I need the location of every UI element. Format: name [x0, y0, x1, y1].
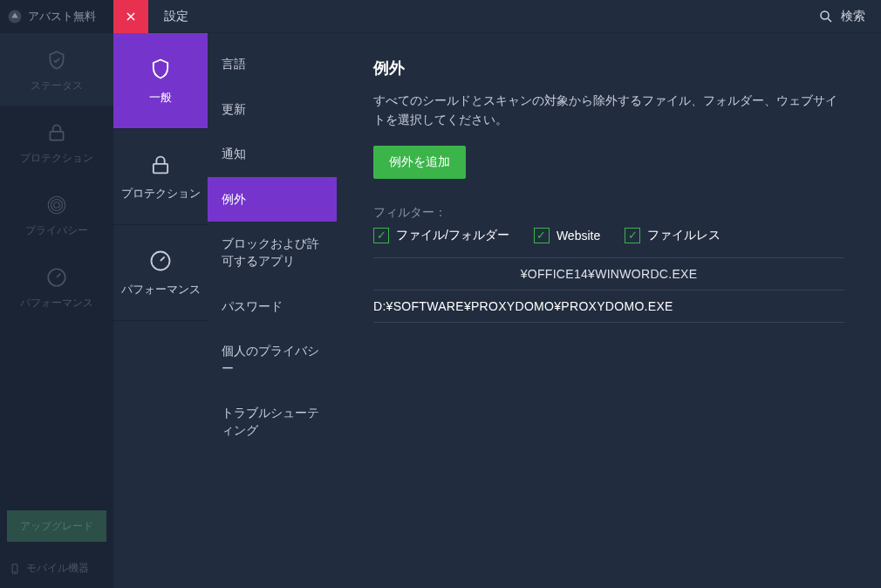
search-icon: [818, 9, 834, 24]
settings-tabs: 一般 プロテクション パフォーマンス: [113, 33, 208, 588]
subnav-item-password[interactable]: パスワード: [208, 284, 337, 330]
filter-row: ✓ ファイル/フォルダー ✓ Website ✓ ファイルレス: [373, 228, 844, 243]
exception-row[interactable]: D:¥SOFTWARE¥PROXYDOMO¥PROXYDOMO.EXE: [373, 291, 844, 323]
leftnav-item-protection[interactable]: プロテクション: [0, 106, 113, 178]
svg-rect-12: [154, 163, 167, 173]
filter-label-text: ファイルレス: [647, 228, 721, 243]
page-description: すべてのシールドとスキャンの対象から除外するファイル、フォルダー、ウェブサイトを…: [373, 91, 844, 130]
tab-label: 一般: [149, 90, 172, 106]
add-exception-button[interactable]: 例外を追加: [373, 146, 466, 179]
leftnav-label: プロテクション: [20, 151, 93, 166]
page-title: 例外: [373, 58, 844, 79]
subnav-item-notifications[interactable]: 通知: [208, 132, 337, 177]
mobile-devices-link[interactable]: モバイル機器: [0, 549, 113, 588]
content-panel: 例外 すべてのシールドとスキャンの対象から除外するファイル、フォルダー、ウェブサ…: [337, 33, 881, 588]
device-icon: [9, 563, 21, 575]
filter-label-text: Website: [557, 229, 600, 243]
svg-point-10: [821, 11, 829, 19]
svg-rect-1: [50, 132, 63, 140]
shield-check-icon: [45, 49, 68, 72]
subnav-item-privacy[interactable]: 個人のプライバシー: [208, 329, 337, 391]
fingerprint-icon: [45, 194, 68, 216]
settings-modal: 設定 検索 一般 プロテクション パフォーマンス: [113, 0, 881, 588]
upgrade-button[interactable]: アップグレード: [7, 510, 106, 542]
filter-checkbox-website[interactable]: ✓ Website: [534, 228, 600, 243]
filter-checkbox-fileless[interactable]: ✓ ファイルレス: [625, 228, 721, 243]
filter-checkbox-file-folder[interactable]: ✓ ファイル/フォルダー: [373, 228, 509, 243]
gauge-icon: [148, 249, 173, 273]
check-icon: ✓: [373, 228, 389, 243]
mobile-label: モバイル機器: [26, 561, 89, 576]
brand: アバスト無料: [0, 0, 113, 33]
lock-icon: [148, 153, 173, 177]
subnav-item-language[interactable]: 言語: [208, 42, 337, 87]
svg-line-11: [828, 18, 831, 22]
leftnav-item-performance[interactable]: パフォーマンス: [0, 250, 113, 323]
subnav-item-blocked-apps[interactable]: ブロックおよび許可するアプリ: [208, 222, 337, 284]
gauge-icon: [45, 266, 68, 289]
search-label: 検索: [841, 9, 865, 24]
tab-label: プロテクション: [121, 186, 201, 202]
subnav-item-troubleshoot[interactable]: トラブルシューティング: [208, 391, 337, 453]
tab-label: パフォーマンス: [121, 282, 201, 297]
leftnav-label: プライバシー: [25, 223, 88, 238]
check-icon: ✓: [625, 228, 640, 243]
subnav-item-exceptions[interactable]: 例外: [208, 177, 337, 222]
leftnav-label: ステータス: [31, 79, 83, 93]
tab-protection[interactable]: プロテクション: [113, 129, 208, 225]
avast-logo-icon: [7, 9, 23, 24]
exception-row[interactable]: ¥OFFICE14¥WINWORDC.EXE: [373, 257, 844, 291]
svg-point-3: [51, 200, 63, 211]
close-icon: [125, 10, 137, 23]
search-button[interactable]: 検索: [818, 9, 865, 24]
close-button[interactable]: [113, 0, 148, 33]
modal-title: 設定: [164, 9, 188, 24]
settings-subnav: 言語 更新 通知 例外 ブロックおよび許可するアプリ パスワード 個人のプライバ…: [208, 33, 337, 588]
tab-performance[interactable]: パフォーマンス: [113, 225, 208, 321]
filter-label-text: ファイル/フォルダー: [396, 228, 509, 243]
subnav-item-update[interactable]: 更新: [208, 87, 337, 133]
filter-label: フィルター：: [373, 205, 844, 221]
leftnav-item-status[interactable]: ステータス: [0, 33, 113, 106]
leftnav-label: パフォーマンス: [20, 296, 93, 311]
modal-header: 設定 検索: [113, 0, 881, 33]
lock-icon: [45, 121, 68, 144]
left-nav: アバスト無料 ステータス プロテクション プライバシー パフォーマンス アップグ…: [0, 0, 113, 588]
svg-point-4: [54, 202, 60, 209]
leftnav-item-privacy[interactable]: プライバシー: [0, 178, 113, 250]
tab-general[interactable]: 一般: [113, 33, 208, 129]
shield-icon: [148, 57, 173, 81]
brand-text: アバスト無料: [28, 9, 96, 24]
check-icon: ✓: [534, 228, 550, 243]
